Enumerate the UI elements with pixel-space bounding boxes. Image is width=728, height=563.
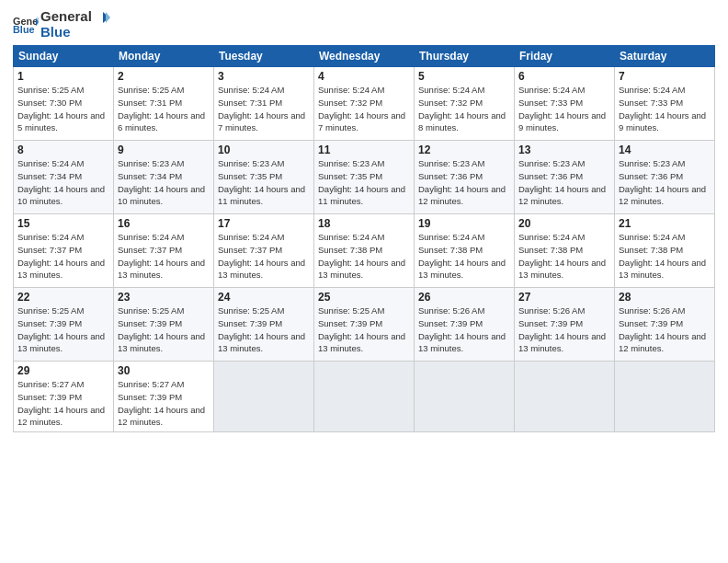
- table-row: 10 Sunrise: 5:23 AMSunset: 7:35 PMDaylig…: [214, 141, 314, 214]
- table-row: 23 Sunrise: 5:25 AMSunset: 7:39 PMDaylig…: [114, 288, 214, 362]
- table-row: 15 Sunrise: 5:24 AMSunset: 7:37 PMDaylig…: [14, 214, 114, 288]
- calendar-week-4: 22 Sunrise: 5:25 AMSunset: 7:39 PMDaylig…: [14, 288, 715, 362]
- calendar-header-row: Sunday Monday Tuesday Wednesday Thursday…: [14, 46, 715, 67]
- table-row: 9 Sunrise: 5:23 AMSunset: 7:34 PMDayligh…: [114, 141, 214, 214]
- table-row: 22 Sunrise: 5:25 AMSunset: 7:39 PMDaylig…: [14, 288, 114, 362]
- calendar-week-3: 15 Sunrise: 5:24 AMSunset: 7:37 PMDaylig…: [14, 214, 715, 288]
- col-saturday: Saturday: [615, 46, 715, 67]
- col-sunday: Sunday: [14, 46, 114, 67]
- svg-text:Blue: Blue: [13, 24, 35, 35]
- calendar-week-1: 1 Sunrise: 5:25 AMSunset: 7:30 PMDayligh…: [14, 67, 715, 141]
- logo-icon: General Blue: [13, 15, 39, 35]
- table-row: 17 Sunrise: 5:24 AMSunset: 7:37 PMDaylig…: [214, 214, 314, 288]
- calendar-table: Sunday Monday Tuesday Wednesday Thursday…: [13, 45, 715, 432]
- logo-blue-text: Blue: [40, 25, 110, 40]
- logo-general-text: General: [40, 9, 110, 25]
- page: General Blue General Blue Sunday Monday …: [0, 0, 728, 563]
- logo: General Blue General Blue: [13, 9, 110, 40]
- col-tuesday: Tuesday: [214, 46, 314, 67]
- table-row: 5 Sunrise: 5:24 AMSunset: 7:32 PMDayligh…: [415, 67, 515, 141]
- table-row: 18 Sunrise: 5:24 AMSunset: 7:38 PMDaylig…: [314, 214, 415, 288]
- table-row: 13 Sunrise: 5:23 AMSunset: 7:36 PMDaylig…: [515, 141, 615, 214]
- table-row: 20 Sunrise: 5:24 AMSunset: 7:38 PMDaylig…: [515, 214, 615, 288]
- calendar-week-5: 29 Sunrise: 5:27 AMSunset: 7:39 PMDaylig…: [14, 362, 715, 432]
- table-row: 14 Sunrise: 5:23 AMSunset: 7:36 PMDaylig…: [615, 141, 715, 214]
- col-wednesday: Wednesday: [314, 46, 415, 67]
- table-row: 6 Sunrise: 5:24 AMSunset: 7:33 PMDayligh…: [515, 67, 615, 141]
- table-row: 11 Sunrise: 5:23 AMSunset: 7:35 PMDaylig…: [314, 141, 415, 214]
- empty-cell: [415, 362, 515, 432]
- table-row: 8 Sunrise: 5:24 AMSunset: 7:34 PMDayligh…: [14, 141, 114, 214]
- table-row: 30 Sunrise: 5:27 AMSunset: 7:39 PMDaylig…: [114, 362, 214, 432]
- table-row: 16 Sunrise: 5:24 AMSunset: 7:37 PMDaylig…: [114, 214, 214, 288]
- table-row: 19 Sunrise: 5:24 AMSunset: 7:38 PMDaylig…: [415, 214, 515, 288]
- table-row: 3 Sunrise: 5:24 AMSunset: 7:31 PMDayligh…: [214, 67, 314, 141]
- table-row: 7 Sunrise: 5:24 AMSunset: 7:33 PMDayligh…: [615, 67, 715, 141]
- col-monday: Monday: [114, 46, 214, 67]
- table-row: 27 Sunrise: 5:26 AMSunset: 7:39 PMDaylig…: [515, 288, 615, 362]
- col-friday: Friday: [515, 46, 615, 67]
- empty-cell: [314, 362, 415, 432]
- calendar-week-2: 8 Sunrise: 5:24 AMSunset: 7:34 PMDayligh…: [14, 141, 715, 214]
- table-row: 29 Sunrise: 5:27 AMSunset: 7:39 PMDaylig…: [14, 362, 114, 432]
- table-row: 4 Sunrise: 5:24 AMSunset: 7:32 PMDayligh…: [314, 67, 415, 141]
- empty-cell: [615, 362, 715, 432]
- empty-cell: [214, 362, 314, 432]
- table-row: 25 Sunrise: 5:25 AMSunset: 7:39 PMDaylig…: [314, 288, 415, 362]
- table-row: 1 Sunrise: 5:25 AMSunset: 7:30 PMDayligh…: [14, 67, 114, 141]
- table-row: 21 Sunrise: 5:24 AMSunset: 7:38 PMDaylig…: [615, 214, 715, 288]
- col-thursday: Thursday: [415, 46, 515, 67]
- table-row: 28 Sunrise: 5:26 AMSunset: 7:39 PMDaylig…: [615, 288, 715, 362]
- empty-cell: [515, 362, 615, 432]
- table-row: 24 Sunrise: 5:25 AMSunset: 7:39 PMDaylig…: [214, 288, 314, 362]
- table-row: 12 Sunrise: 5:23 AMSunset: 7:36 PMDaylig…: [415, 141, 515, 214]
- header: General Blue General Blue: [13, 9, 715, 40]
- svg-marker-5: [106, 12, 110, 23]
- table-row: 2 Sunrise: 5:25 AMSunset: 7:31 PMDayligh…: [114, 67, 214, 141]
- table-row: 26 Sunrise: 5:26 AMSunset: 7:39 PMDaylig…: [415, 288, 515, 362]
